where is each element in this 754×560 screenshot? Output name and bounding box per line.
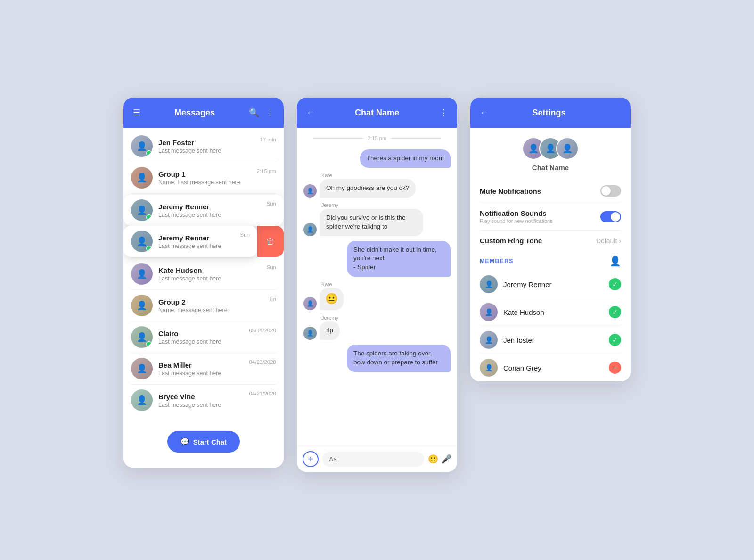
- ringtone-value: Default ›: [596, 237, 621, 245]
- start-chat-button[interactable]: 💬 Start Chat: [167, 431, 240, 453]
- list-item[interactable]: 👤 Group 2 Name: message sent here Fri: [123, 290, 284, 321]
- msg-preview: Last message sent here: [158, 370, 243, 377]
- msg-time: Sun: [267, 199, 276, 206]
- more-icon[interactable]: ⋮: [266, 107, 274, 118]
- msg-time: 05/14/2020: [249, 326, 276, 333]
- member-avatar: 👤: [480, 331, 498, 349]
- list-item[interactable]: 👤 Bryce Vlne Last message sent here 04/2…: [123, 385, 284, 416]
- chat-input-bar: + 🙂 🎤: [297, 446, 457, 472]
- msg-info: Clairo Last message sent here: [158, 329, 243, 345]
- settings-back-icon[interactable]: ←: [480, 108, 488, 118]
- messages-area: 2:15 pm Theres a spider in my room Kate …: [297, 128, 457, 446]
- mute-toggle[interactable]: [600, 185, 621, 197]
- start-chat-label: Start Chat: [193, 438, 227, 446]
- sounds-label-text: Notification Sounds: [480, 209, 553, 217]
- contact-name: Jeremy Renner: [158, 203, 261, 211]
- member-status-check: ✓: [609, 334, 621, 346]
- member-name: Kate Hudson: [503, 308, 603, 316]
- avatar: 👤: [131, 231, 153, 252]
- member-status-check: ✓: [609, 306, 621, 318]
- chat-header: ← Chat Name ⋮: [297, 98, 457, 128]
- chat-bubble: Oh my goodness are you ok?: [320, 179, 416, 198]
- list-item[interactable]: 👤 Bea Miller Last message sent here 04/2…: [123, 353, 284, 384]
- avatar: 👤: [131, 326, 153, 348]
- member-row: 👤 Conan Grey −: [480, 354, 621, 381]
- chevron-right-icon: ›: [619, 237, 621, 245]
- contact-name: Clairo: [158, 329, 243, 338]
- input-icons: 🙂 🎤: [428, 454, 451, 464]
- avatar: 👤: [303, 297, 317, 310]
- list-item[interactable]: 👤 Clairo Last message sent here 05/14/20…: [123, 321, 284, 353]
- sender-name: Kate: [321, 281, 451, 287]
- member-avatar: 👤: [480, 303, 498, 321]
- msg-time: 2:15 pm: [256, 167, 276, 174]
- chat-bubble: She didn't make it out in time, you're n…: [347, 241, 451, 277]
- member-status-check: ✓: [609, 278, 621, 290]
- msg-preview: Name: message sent here: [158, 307, 264, 313]
- msg-time: 04/23/2020: [249, 358, 276, 365]
- settings-row-sounds: Notification Sounds Play sound for new n…: [480, 203, 621, 231]
- msg-time: Sun: [240, 231, 250, 238]
- contact-name: Jeremy Renner: [158, 234, 235, 242]
- message-row: Jeremy 👤 rip: [303, 315, 451, 340]
- message-input[interactable]: [322, 452, 424, 467]
- message-row: Jeremy 👤 Did you survive or is this the …: [303, 202, 451, 236]
- avatar: 👤: [131, 135, 153, 157]
- add-attachment-button[interactable]: +: [303, 451, 319, 467]
- messages-screen: ☰ Messages 🔍 ⋮ 👤 Jen Foster Last message…: [123, 98, 284, 468]
- msg-preview: Last message sent here: [158, 275, 261, 282]
- list-item[interactable]: 👤 Group 1 Name: Last message sent here 2…: [123, 162, 284, 193]
- member-row: 👤 Jen foster ✓: [480, 326, 621, 354]
- back-icon[interactable]: ←: [306, 108, 315, 118]
- toggle-knob: [611, 212, 620, 222]
- delete-button[interactable]: 🗑: [257, 226, 284, 257]
- emoji-icon[interactable]: 🙂: [428, 454, 438, 464]
- bubble-with-avatar: 👤 Did you survive or is this the spider …: [303, 209, 451, 236]
- sounds-label: Notification Sounds Play sound for new n…: [480, 209, 553, 224]
- avatar: 👤: [131, 358, 153, 379]
- group-chat-name: Chat Name: [480, 164, 621, 172]
- mic-icon[interactable]: 🎤: [441, 454, 451, 464]
- msg-info: Jen Foster Last message sent here: [158, 139, 254, 154]
- msg-preview: Name: Last message sent here: [158, 179, 251, 186]
- avatar: 👤: [303, 327, 317, 340]
- avatar: 👤: [131, 389, 153, 411]
- list-item[interactable]: 👤 Jeremy Renner Last message sent here S…: [123, 195, 284, 226]
- chat-bubble: Theres a spider in my room: [360, 149, 451, 168]
- msg-time: Sun: [267, 263, 276, 270]
- settings-row-ringtone[interactable]: Custom Ring Tone Default ›: [480, 231, 621, 251]
- chat-bubble: Did you survive or is this the spider we…: [320, 209, 423, 236]
- msg-time: Fri: [270, 295, 276, 302]
- msg-time: 17 min: [260, 135, 276, 142]
- list-item[interactable]: 👤 Jen Foster Last message sent here 17 m…: [123, 131, 284, 162]
- msg-preview: Last message sent here: [158, 338, 243, 345]
- settings-header: ← Settings: [470, 98, 631, 128]
- list-item[interactable]: 👤 Kate Hudson Last message sent here Sun: [123, 258, 284, 289]
- list-item[interactable]: 👤 Jeremy Renner Last message sent here S…: [123, 226, 257, 257]
- bubble-with-avatar: 👤 😐: [303, 288, 451, 310]
- settings-row-mute: Mute Notifications: [480, 179, 621, 203]
- mute-label-text: Mute Notifications: [480, 187, 541, 195]
- bubble-with-avatar: 👤 Oh my goodness are you ok?: [303, 179, 451, 198]
- avatar: 👤: [131, 263, 153, 285]
- menu-icon[interactable]: ☰: [133, 107, 140, 118]
- msg-preview: Last message sent here: [158, 402, 243, 408]
- search-icon[interactable]: 🔍: [249, 107, 259, 118]
- member-status-remove[interactable]: −: [609, 362, 621, 374]
- message-row: Kate 👤 😐: [303, 281, 451, 310]
- message-row: Theres a spider in my room: [303, 149, 451, 168]
- chat-more-icon[interactable]: ⋮: [439, 107, 448, 118]
- avatar: 👤: [131, 295, 153, 316]
- chat-title: Chat Name: [355, 108, 399, 118]
- message-row: She didn't make it out in time, you're n…: [303, 241, 451, 277]
- message-row: The spiders are taking over, bow down or…: [303, 345, 451, 372]
- msg-info: Bea Miller Last message sent here: [158, 361, 243, 377]
- contact-name: Jen Foster: [158, 139, 254, 147]
- sender-name: Jeremy: [321, 202, 451, 208]
- time-divider: 2:15 pm: [313, 130, 441, 145]
- group-avatars: 👤 👤 👤: [480, 137, 621, 160]
- sounds-toggle[interactable]: [600, 211, 621, 222]
- members-title: MEMBERS: [480, 258, 514, 264]
- add-member-icon[interactable]: 👤: [609, 255, 621, 267]
- member-name: Conan Grey: [503, 364, 603, 372]
